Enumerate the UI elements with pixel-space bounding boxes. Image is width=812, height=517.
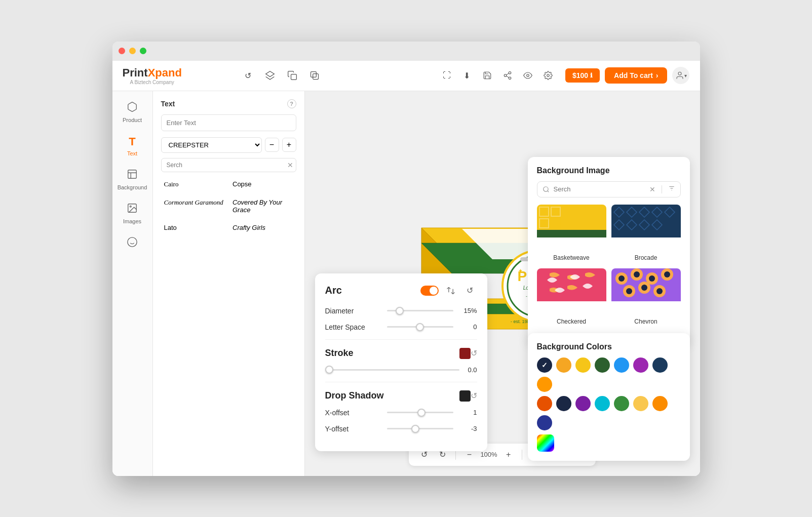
font-increase-button[interactable]: +: [282, 138, 296, 152]
canvas-area: PIZZA ★ ★ Lorem Ipsum - est. 1989 - - es…: [305, 91, 700, 476]
font-item-cormorant[interactable]: Cormorant Garamond: [161, 194, 228, 218]
sidebar: Product T Text Background Images: [112, 91, 153, 476]
pattern-checkered[interactable]: Checkered: [537, 268, 606, 327]
color-dot-darkgreen[interactable]: [614, 396, 629, 411]
color-dot-orange1[interactable]: [556, 357, 571, 373]
drop-shadow-title: Drop Shadow: [325, 390, 455, 401]
chevron-label: Chevron: [611, 316, 681, 327]
font-search-input[interactable]: [161, 158, 296, 172]
save-icon[interactable]: [480, 68, 494, 83]
svg-point-65: [634, 271, 640, 277]
drop-shadow-color-swatch[interactable]: [459, 390, 471, 402]
checkered-label: Checkered: [537, 316, 606, 327]
pattern-basketweave[interactable]: Basketweave: [537, 205, 606, 263]
color-dot-orange2[interactable]: [537, 377, 552, 392]
sidebar-item-text[interactable]: T Text: [115, 130, 149, 162]
bg-image-panel: Background Image ✕: [528, 157, 690, 344]
share-icon[interactable]: [500, 68, 515, 83]
letter-space-slider[interactable]: [387, 326, 453, 328]
font-item-copse[interactable]: Copse: [229, 176, 296, 192]
minimize-button[interactable]: [129, 48, 136, 54]
bg-filter-icon[interactable]: [668, 185, 675, 194]
diameter-slider[interactable]: [387, 310, 453, 311]
text-input-field[interactable]: [161, 114, 296, 131]
font-search-clear-icon[interactable]: ✕: [287, 161, 293, 169]
color-dot-cyan[interactable]: [595, 396, 610, 411]
y-offset-row: Y-offset -3: [325, 425, 477, 433]
price-badge: $100 ℹ: [565, 68, 600, 83]
svg-line-7: [506, 76, 509, 77]
help-icon[interactable]: ?: [287, 99, 296, 108]
svg-point-11: [678, 72, 681, 75]
color-dot-darkorange[interactable]: [537, 396, 552, 411]
arc-reset-icon[interactable]: ↺: [463, 284, 477, 298]
color-dot-blue[interactable]: [614, 357, 629, 373]
color-dot-navy2[interactable]: [556, 396, 571, 411]
close-button[interactable]: [119, 48, 125, 54]
sidebar-item-images[interactable]: Images: [115, 197, 149, 229]
color-dot-lightyellow[interactable]: [633, 396, 648, 411]
bg-search-input[interactable]: [554, 185, 645, 193]
basketweave-preview: [537, 205, 606, 250]
x-offset-slider[interactable]: [387, 412, 453, 413]
color-dot-indigo[interactable]: [537, 415, 552, 430]
arc-header: Arc ↺: [325, 284, 477, 298]
sidebar-item-background[interactable]: Background: [115, 164, 149, 195]
copy-icon[interactable]: [285, 68, 299, 83]
arc-toggle-switch[interactable]: [420, 286, 439, 296]
fullscreen-icon[interactable]: ⛶: [440, 68, 454, 83]
pattern-brocade[interactable]: Brocade: [611, 205, 681, 263]
custom-color-picker[interactable]: [537, 434, 554, 452]
font-grid: Cairo Copse Cormorant Garamond Covered B…: [161, 176, 296, 235]
x-offset-value: 1: [459, 409, 477, 416]
arc-flip-icon[interactable]: [444, 284, 458, 298]
color-dot-amber[interactable]: [652, 396, 668, 411]
svg-point-66: [649, 275, 655, 282]
preview-icon[interactable]: [521, 68, 535, 83]
stroke-reset-icon[interactable]: ↺: [471, 348, 477, 358]
chevron-preview: [611, 268, 681, 314]
font-item-cairo[interactable]: Cairo: [161, 176, 228, 192]
info-icon[interactable]: ℹ: [590, 72, 593, 79]
color-dot-darkblue[interactable]: [652, 357, 668, 373]
zoom-in-icon[interactable]: +: [501, 448, 516, 462]
sidebar-item-product[interactable]: Product: [115, 96, 149, 128]
x-offset-label: X-offset: [325, 409, 381, 417]
settings-icon[interactable]: [541, 68, 555, 83]
font-item-lato[interactable]: Lato: [161, 220, 228, 235]
font-item-crafty[interactable]: Crafty Girls: [229, 220, 296, 235]
sidebar-item-emoji[interactable]: [115, 231, 149, 255]
undo-icon[interactable]: ↺: [241, 68, 255, 83]
font-dropdown[interactable]: CREEPSTER: [161, 137, 262, 153]
stroke-color-swatch[interactable]: [459, 348, 471, 359]
y-offset-slider[interactable]: [387, 428, 453, 429]
panel-title: Text ?: [161, 99, 296, 108]
svg-rect-1: [291, 74, 297, 80]
duplicate-icon[interactable]: [307, 68, 322, 83]
color-dot-yellow[interactable]: [575, 357, 591, 373]
maximize-button[interactable]: [140, 48, 146, 54]
font-item-covered[interactable]: Covered By Your Grace: [229, 194, 296, 218]
color-dot-purple[interactable]: [633, 357, 648, 373]
arc-toggle[interactable]: [420, 286, 439, 296]
add-to-cart-button[interactable]: Add To cart ›: [605, 67, 667, 84]
svg-point-5: [504, 74, 507, 77]
emoji-icon: [127, 236, 138, 250]
font-decrease-button[interactable]: −: [265, 138, 279, 152]
stroke-header: Stroke ↺: [325, 348, 477, 359]
color-dot-green[interactable]: [595, 357, 610, 373]
drop-shadow-reset-icon[interactable]: ↺: [471, 391, 477, 401]
user-avatar[interactable]: ▾: [672, 67, 689, 84]
view-icons: ⛶ ⬇: [440, 68, 555, 83]
color-dot-navy-selected[interactable]: [537, 357, 552, 373]
svg-point-69: [641, 285, 647, 291]
color-row-1: [537, 357, 681, 392]
svg-point-64: [618, 275, 625, 282]
stroke-slider[interactable]: [325, 369, 459, 371]
bg-search-clear-icon[interactable]: ✕: [649, 185, 655, 193]
download-icon[interactable]: ⬇: [460, 68, 474, 83]
basketweave-label: Basketweave: [537, 252, 606, 263]
pattern-chevron[interactable]: Chevron: [611, 268, 681, 327]
layers-icon[interactable]: [263, 68, 277, 83]
color-dot-darkpurple[interactable]: [575, 396, 591, 411]
